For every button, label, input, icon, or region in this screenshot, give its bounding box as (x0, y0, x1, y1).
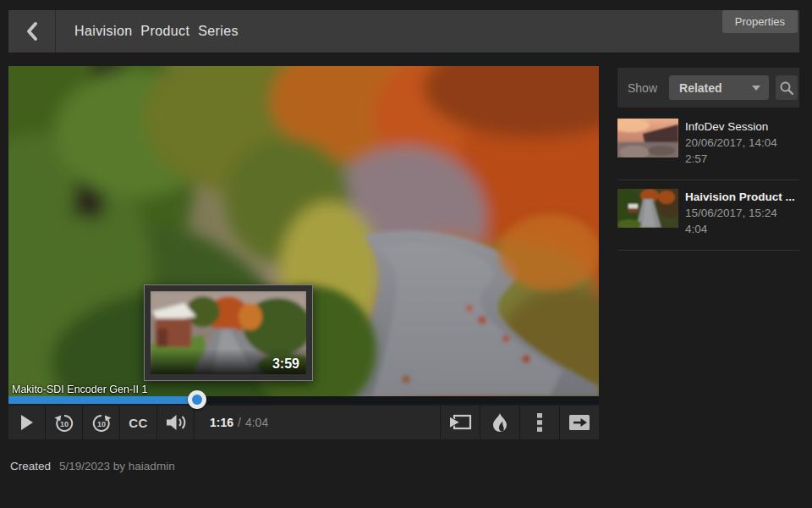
closed-captions-icon: CC (129, 416, 148, 430)
search-button[interactable] (776, 75, 798, 100)
send-to-monitor-button[interactable] (440, 406, 480, 439)
seek-preview-thumbnail: 3:59 (151, 291, 306, 374)
forward-10-icon: 10 (91, 411, 112, 433)
related-item-meta: Haivision Product ... 15/06/2017, 15:24 … (685, 189, 795, 237)
show-filter-dropdown[interactable]: Related (669, 75, 769, 100)
related-item-infodev-session[interactable]: InfoDev Session 20/06/2017, 14:04 2:57 (617, 112, 799, 180)
created-label: Created (10, 460, 51, 472)
rewind-10-icon: 10 (53, 411, 75, 433)
search-icon (779, 80, 794, 96)
send-to-monitor-icon (448, 411, 472, 433)
related-filter-row: Show Related (617, 68, 799, 108)
related-item-date: 20/06/2017, 14:04 (685, 135, 777, 151)
show-filter-value: Related (679, 81, 722, 95)
time-separator: / (238, 416, 241, 429)
total-duration: 4:04 (245, 416, 268, 429)
related-thumbnail (617, 119, 678, 157)
more-options-button[interactable] (519, 406, 559, 439)
svg-text:10: 10 (59, 420, 68, 428)
related-item-haivision-product[interactable]: Haivision Product ... 15/06/2017, 15:24 … (617, 180, 799, 251)
related-item-duration: 2:57 (685, 151, 777, 167)
volume-button[interactable] (157, 406, 195, 439)
volume-icon (165, 412, 187, 433)
play-button[interactable] (8, 406, 46, 439)
related-item-duration: 4:04 (685, 221, 795, 237)
show-label: Show (628, 81, 657, 95)
exit-player-button[interactable] (559, 406, 599, 439)
related-videos-list: InfoDev Session 20/06/2017, 14:04 2:57 (617, 112, 799, 251)
related-item-meta: InfoDev Session 20/06/2017, 14:04 2:57 (685, 119, 777, 167)
video-player: 3:59 Makito-SDI Encoder Gen-II 1 (8, 66, 599, 396)
related-thumbnail (617, 189, 678, 228)
related-item-title: Haivision Product ... (685, 189, 795, 205)
current-time: 1:16 (210, 416, 233, 429)
play-icon (20, 414, 34, 431)
seek-bar-fill (8, 396, 197, 404)
header-bar: Haivision Product Series (8, 10, 799, 52)
closed-captions-button[interactable]: CC (120, 406, 157, 439)
flame-icon (491, 412, 509, 433)
forward-10-button[interactable]: 10 (83, 406, 120, 439)
time-display: 1:16 / 4:04 (195, 406, 440, 439)
seek-preview-popup: 3:59 (144, 284, 313, 381)
rewind-10-button[interactable]: 10 (46, 406, 83, 439)
video-display[interactable]: 3:59 Makito-SDI Encoder Gen-II 1 (8, 66, 599, 396)
seek-bar[interactable] (8, 396, 599, 404)
more-options-icon (537, 412, 542, 433)
preview-timestamp: 3:59 (151, 349, 306, 374)
svg-text:10: 10 (96, 420, 105, 428)
hotmark-label: Makito-SDI Encoder Gen-II 1 (12, 384, 147, 395)
related-item-date: 15/06/2017, 15:24 (685, 205, 795, 221)
created-info: Created5/19/2023 by haiadmin (10, 460, 175, 472)
page-title: Haivision Product Series (74, 24, 239, 39)
created-value: 5/19/2023 by haiadmin (59, 460, 175, 472)
related-item-title: InfoDev Session (685, 119, 777, 135)
player-controls: 10 10 CC 1:16 / 4:04 (8, 406, 599, 439)
properties-button[interactable]: Properties (722, 10, 798, 33)
back-button[interactable] (8, 10, 56, 52)
exit-player-icon (568, 413, 591, 432)
hotmark-button[interactable] (480, 406, 519, 439)
chevron-down-icon (752, 86, 760, 91)
chevron-left-icon (25, 20, 40, 42)
